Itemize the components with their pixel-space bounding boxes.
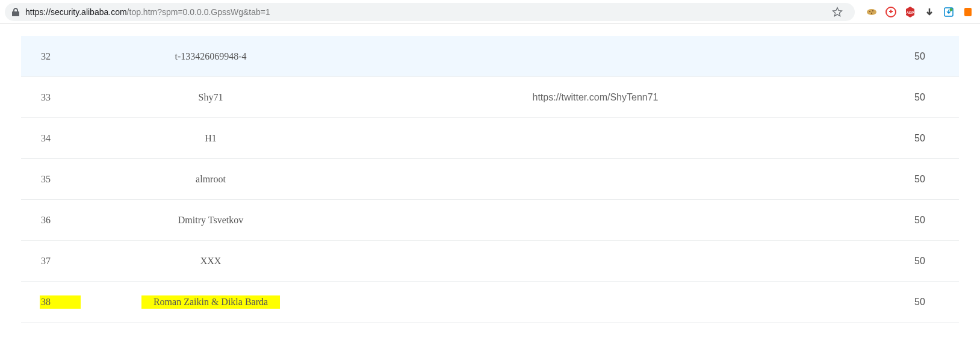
extension-idm-icon[interactable] <box>943 6 955 18</box>
link-cell[interactable]: https://twitter.com/ShyTenn71 <box>310 92 881 103</box>
svg-point-3 <box>871 13 872 14</box>
svg-text:ABP: ABP <box>907 11 914 14</box>
url-domain: https://security.alibaba.com <box>25 7 127 17</box>
rank-cell: 37 <box>21 256 111 267</box>
name-cell: XXX <box>111 256 310 267</box>
rank-cell: 34 <box>21 133 111 144</box>
svg-point-7 <box>950 8 953 11</box>
rank-cell: 35 <box>21 174 111 185</box>
score-cell: 50 <box>881 297 959 308</box>
rank-cell: 33 <box>21 92 111 103</box>
extension-icons: ABP <box>862 6 975 18</box>
table-row: 37XXX50 <box>21 241 959 282</box>
extension-cookie-icon[interactable] <box>866 6 878 18</box>
table-row: 35almroot50 <box>21 159 959 200</box>
svg-point-2 <box>872 10 873 11</box>
score-cell: 50 <box>881 51 959 62</box>
url-input-container[interactable]: https://security.alibaba.com/top.htm?spm… <box>5 3 855 21</box>
extension-orange-icon[interactable] <box>962 6 974 18</box>
svg-point-1 <box>869 11 870 12</box>
rank-cell: 38 <box>21 295 111 309</box>
url-text: https://security.alibaba.com/top.htm?spm… <box>25 7 270 17</box>
extension-abp-icon[interactable]: ABP <box>904 6 916 18</box>
extension-download-icon[interactable] <box>923 6 935 18</box>
name-cell: Shy71 <box>111 92 310 103</box>
table-row: 36Dmitry Tsvetkov50 <box>21 200 959 241</box>
score-cell: 50 <box>881 256 959 267</box>
table-row: 32t-133426069948-450 <box>21 36 959 77</box>
name-cell: t-133426069948-4 <box>111 51 310 62</box>
browser-address-bar: https://security.alibaba.com/top.htm?spm… <box>0 0 980 24</box>
name-cell: Dmitry Tsvetkov <box>111 215 310 226</box>
url-path: /top.htm?spm=0.0.0.0.GpssWg&tab=1 <box>127 7 270 17</box>
score-cell: 50 <box>881 215 959 226</box>
name-cell: Roman Zaikin & Dikla Barda <box>111 295 310 309</box>
table-row: 34H150 <box>21 118 959 159</box>
table-row: 33Shy71https://twitter.com/ShyTenn7150 <box>21 77 959 118</box>
score-cell: 50 <box>881 133 959 144</box>
extension-ublock-icon[interactable] <box>885 6 897 18</box>
leaderboard-content: 32t-133426069948-45033Shy71https://twitt… <box>0 24 980 323</box>
name-cell: almroot <box>111 174 310 185</box>
score-cell: 50 <box>881 92 959 103</box>
rank-cell: 32 <box>21 51 111 62</box>
svg-point-0 <box>867 9 876 15</box>
table-row: 38Roman Zaikin & Dikla Barda50 <box>21 282 959 323</box>
lock-icon <box>12 8 19 16</box>
name-cell: H1 <box>111 133 310 144</box>
svg-rect-8 <box>964 8 972 16</box>
score-cell: 50 <box>881 174 959 185</box>
rank-cell: 36 <box>21 215 111 226</box>
bookmark-star-icon[interactable] <box>827 7 848 17</box>
